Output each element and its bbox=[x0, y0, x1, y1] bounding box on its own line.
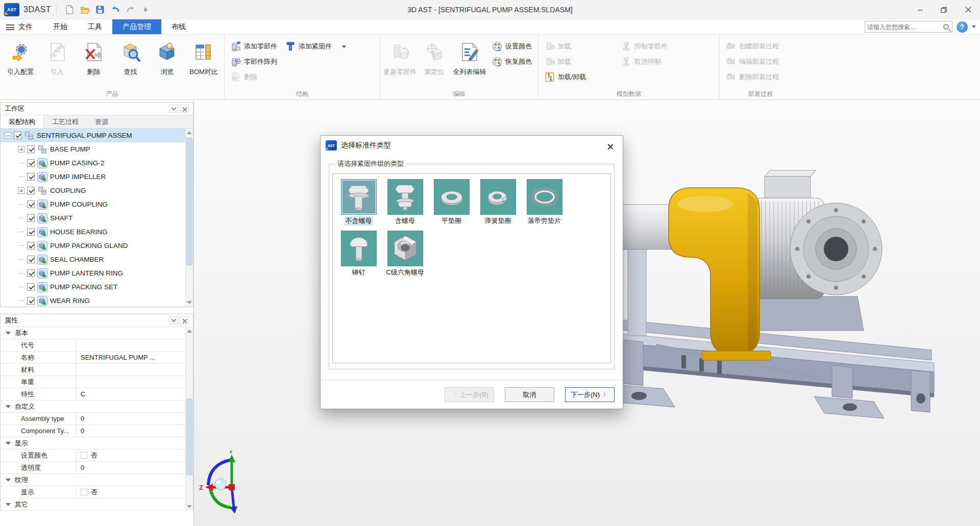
new-document-button[interactable] bbox=[62, 3, 77, 17]
visibility-checkbox[interactable] bbox=[27, 256, 35, 263]
fastener-item-flat-washer[interactable]: 平垫圈 bbox=[430, 179, 473, 226]
scrollbar-thumb[interactable] bbox=[186, 138, 192, 265]
property-row[interactable]: 透明度0 bbox=[1, 462, 193, 474]
panel-collapse-button[interactable] bbox=[169, 316, 178, 324]
expand-expander[interactable] bbox=[18, 146, 24, 153]
tree-row[interactable]: PUMP CASING-2 bbox=[1, 156, 193, 170]
property-row[interactable]: Assembly type0 bbox=[1, 413, 193, 425]
tab-assembly-structure[interactable]: 装配结构 bbox=[1, 115, 44, 128]
menu-tab-home[interactable]: 开始 bbox=[43, 19, 78, 34]
property-row[interactable]: 材料 bbox=[1, 364, 193, 376]
fastener-item-rivet[interactable]: 铆钉 bbox=[337, 231, 380, 277]
visibility-checkbox[interactable] bbox=[14, 132, 21, 139]
property-row[interactable]: 单重 bbox=[1, 376, 193, 388]
property-row[interactable]: 设置颜色否 bbox=[1, 449, 193, 462]
component-array-button[interactable]: 零部件阵列 bbox=[227, 54, 281, 69]
minimize-button[interactable] bbox=[908, 0, 932, 19]
menu-tab-routing[interactable]: 布线 bbox=[161, 19, 196, 34]
visibility-checkbox[interactable] bbox=[27, 159, 35, 167]
tree-row[interactable]: PUMP PACKING GLAND bbox=[1, 239, 193, 253]
menu-tab-product-management[interactable]: 产品管理 bbox=[112, 19, 161, 34]
tree-row[interactable]: PUMP PACKING SET bbox=[1, 280, 193, 294]
add-component-button[interactable]: 添加零部件 bbox=[227, 39, 281, 54]
property-group[interactable]: 基本 bbox=[1, 327, 193, 339]
property-row[interactable]: Component Ty...0 bbox=[1, 425, 193, 437]
tree-row[interactable]: PUMP COUPLING bbox=[1, 197, 193, 211]
expand-expander[interactable] bbox=[18, 187, 24, 194]
fastener-item-nordlock-washer[interactable]: 落帝劳垫片 bbox=[523, 179, 566, 226]
full-list-edit-button[interactable]: 全列表编辑 bbox=[451, 38, 488, 87]
property-group[interactable]: 纹理 bbox=[1, 474, 193, 486]
bom-compare-button[interactable]: BOM对比 bbox=[185, 38, 222, 87]
tree-row[interactable]: PUMP LANTERN RING bbox=[1, 266, 193, 280]
property-row[interactable]: 代号 bbox=[1, 339, 193, 352]
tree-row[interactable]: PUMP IMPELLER bbox=[1, 170, 193, 184]
fastener-item-no-nut[interactable]: 不含螺母 bbox=[337, 179, 380, 226]
visibility-checkbox[interactable] bbox=[27, 283, 35, 291]
visibility-checkbox[interactable] bbox=[27, 214, 35, 222]
dialog-titlebar[interactable]: AST 选择标准件类型 bbox=[321, 136, 623, 155]
undo-button[interactable] bbox=[108, 3, 123, 17]
value-checkbox[interactable] bbox=[81, 489, 87, 495]
save-button[interactable] bbox=[92, 3, 108, 17]
fastener-item-hex-nut[interactable]: C级六角螺母 bbox=[383, 231, 427, 277]
cancel-button[interactable]: 取消 bbox=[505, 387, 554, 402]
tree-row[interactable]: COUPLING bbox=[1, 184, 193, 197]
scroll-up-icon[interactable] bbox=[187, 330, 192, 333]
fastener-item-with-nut[interactable]: 含螺母 bbox=[383, 179, 427, 226]
visibility-checkbox[interactable] bbox=[27, 173, 35, 181]
scrollbar-thumb[interactable] bbox=[186, 398, 192, 475]
load-unload-button[interactable]: 加载/卸载 bbox=[541, 69, 617, 85]
tree-row[interactable]: BASE PUMP bbox=[1, 142, 193, 156]
value-checkbox[interactable] bbox=[81, 452, 87, 459]
panel-collapse-button[interactable] bbox=[169, 105, 178, 113]
tree-scrollbar[interactable] bbox=[185, 129, 193, 307]
scroll-down-icon[interactable] bbox=[187, 505, 192, 508]
property-group[interactable]: 显示 bbox=[1, 437, 193, 449]
visibility-checkbox[interactable] bbox=[27, 242, 35, 249]
visibility-checkbox[interactable] bbox=[27, 297, 35, 305]
properties-scrollbar[interactable] bbox=[185, 327, 193, 511]
fastener-item-spring-washer[interactable]: 弹簧垫圈 bbox=[476, 179, 520, 226]
property-row[interactable]: 特性C bbox=[1, 388, 193, 400]
restore-color-button[interactable]: 恢复颜色 bbox=[488, 54, 536, 69]
restore-button[interactable] bbox=[932, 0, 956, 19]
tree-row[interactable]: SENTRIFUGAL PUMP ASSEM bbox=[1, 129, 193, 142]
help-button[interactable]: ? bbox=[957, 21, 968, 33]
property-row[interactable]: 名称SENTRIFUGAL PUMP ... bbox=[1, 352, 193, 364]
visibility-checkbox[interactable] bbox=[27, 187, 35, 194]
set-color-button[interactable]: 设置颜色 bbox=[488, 39, 536, 54]
close-button[interactable] bbox=[956, 0, 980, 19]
next-button[interactable]: 下一步(N)〉 bbox=[565, 387, 615, 402]
delete-button[interactable]: 删除 bbox=[76, 38, 112, 87]
add-fastener-button[interactable]: 添加紧固件 bbox=[281, 39, 350, 54]
chevron-down-icon[interactable] bbox=[342, 45, 346, 48]
panel-close-button[interactable] bbox=[180, 316, 189, 324]
property-row[interactable]: 显示否 bbox=[1, 486, 193, 498]
open-file-button[interactable] bbox=[77, 3, 92, 17]
panel-close-button[interactable] bbox=[180, 105, 189, 113]
tree-row[interactable]: SEAL CHAMBER bbox=[1, 253, 193, 266]
tree-row[interactable]: SHAFT bbox=[1, 211, 193, 225]
find-button[interactable]: 查找 bbox=[112, 38, 149, 87]
property-group[interactable]: 自定义 bbox=[1, 400, 193, 413]
scroll-up-icon[interactable] bbox=[187, 131, 192, 134]
menu-tab-file[interactable]: 文件 bbox=[15, 19, 43, 34]
orientation-triad[interactable]: Y Z bbox=[199, 450, 271, 517]
search-box[interactable] bbox=[865, 21, 952, 33]
collapse-expander[interactable] bbox=[5, 132, 11, 139]
scroll-down-icon[interactable] bbox=[187, 301, 192, 304]
redo-button[interactable] bbox=[123, 3, 138, 17]
search-input[interactable] bbox=[867, 23, 943, 31]
tab-process[interactable]: 工艺过程 bbox=[44, 115, 87, 128]
import-config-button[interactable]: 引入配置 bbox=[2, 38, 39, 87]
property-group[interactable]: 其它 bbox=[1, 498, 193, 511]
menu-tab-tools[interactable]: 工具 bbox=[78, 19, 112, 34]
tree-row[interactable]: WEAR RING bbox=[1, 294, 193, 307]
dialog-close-button[interactable] bbox=[602, 138, 618, 153]
tab-resource[interactable]: 资源 bbox=[87, 115, 116, 128]
visibility-checkbox[interactable] bbox=[27, 269, 35, 277]
hamburger-icon[interactable] bbox=[6, 24, 14, 30]
visibility-checkbox[interactable] bbox=[27, 145, 35, 153]
browse-button[interactable]: 浏览 bbox=[149, 38, 185, 87]
